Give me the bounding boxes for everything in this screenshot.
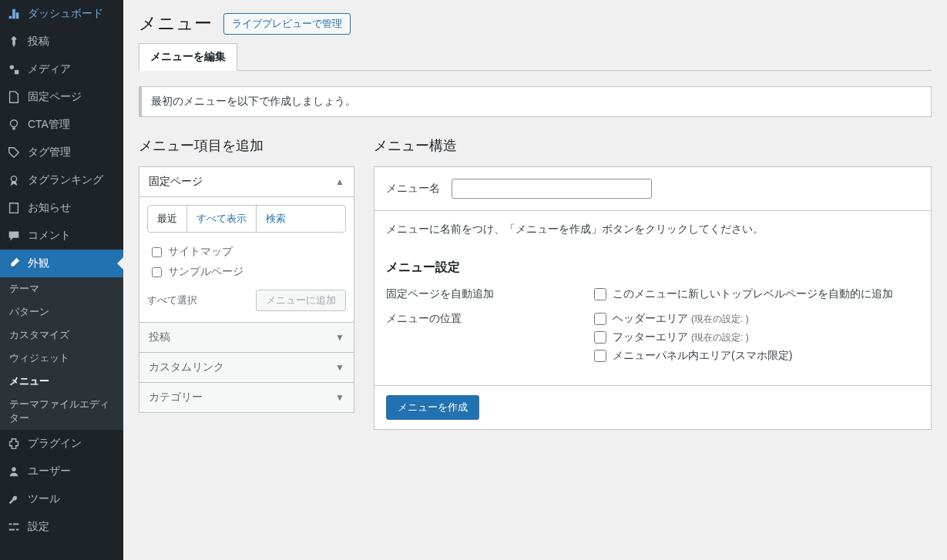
- structure-header: メニュー名: [374, 167, 931, 211]
- menu-settings-title: メニュー設定: [386, 260, 919, 276]
- panel-label: カテゴリー: [149, 391, 203, 404]
- main-content: メニュー ライブプレビューで管理 メニューを編集 最初のメニューを以下で作成しま…: [123, 0, 947, 445]
- select-all-link[interactable]: すべて選択: [147, 293, 197, 307]
- submenu-theme-editor[interactable]: テーマファイルエディター: [0, 393, 123, 430]
- sidebar-item-label: お知らせ: [28, 201, 71, 215]
- submenu-patterns[interactable]: パターン: [0, 300, 123, 324]
- sidebar-item-appearance[interactable]: 外観: [0, 250, 123, 277]
- panel-footer: すべて選択 メニューに追加: [147, 282, 346, 314]
- location-row: メニューの位置 ヘッダーエリア(現在の設定: ) フッターエリア(現在の設定: …: [386, 312, 919, 367]
- sidebar-item-label: メディア: [28, 62, 71, 76]
- sidebar-item-label: タグ管理: [28, 146, 71, 159]
- location-label: メニューの位置: [386, 312, 594, 367]
- pin-icon: [6, 34, 22, 49]
- sidebar-item-tags[interactable]: タグ管理: [0, 139, 123, 166]
- page-title: メニュー: [139, 12, 212, 35]
- panel-pages-body: 最近 すべて表示 検索 サイトマップ サンプルページ すべて選択 メニューに追加: [139, 197, 354, 323]
- sidebar-item-label: タグランキング: [28, 173, 103, 187]
- location-footer[interactable]: フッターエリア(現在の設定: ): [594, 330, 792, 344]
- create-menu-notice: 最初のメニューを以下で作成しましょう。: [139, 86, 932, 117]
- sample-checkbox[interactable]: [152, 267, 162, 277]
- structure-footer: メニューを作成: [374, 385, 931, 429]
- submenu-customize[interactable]: カスタマイズ: [0, 324, 123, 347]
- sidebar-item-plugins[interactable]: プラグイン: [0, 430, 123, 445]
- comment-icon: [6, 228, 22, 243]
- caret-up-icon: ▲: [335, 176, 344, 187]
- caret-down-icon: ▼: [335, 362, 344, 373]
- subtab-recent[interactable]: 最近: [148, 206, 187, 232]
- brush-icon: [6, 256, 22, 271]
- sidebar-item-dashboard[interactable]: ダッシュボード: [0, 0, 123, 28]
- panel-label: 固定ページ: [149, 175, 203, 189]
- panel-categories-head[interactable]: カテゴリー ▼: [139, 383, 354, 412]
- sidebar-item-label: プラグイン: [28, 437, 82, 445]
- structure-title: メニュー構造: [374, 136, 932, 155]
- panel-posts-head[interactable]: 投稿 ▼: [139, 323, 354, 353]
- sidebar-item-notices[interactable]: お知らせ: [0, 194, 123, 222]
- panel-custom-head[interactable]: カスタムリンク ▼: [139, 353, 354, 383]
- check-sample[interactable]: サンプルページ: [147, 262, 346, 282]
- tabs: メニューを編集: [139, 43, 932, 71]
- auto-add-row: 固定ページを自動追加 このメニューに新しいトップレベルページを自動的に追加: [386, 287, 919, 306]
- award-icon: [6, 173, 22, 188]
- structure-body: メニューに名前をつけ、「メニューを作成」ボタンをクリックしてください。 メニュー…: [374, 211, 931, 385]
- location-mobile[interactable]: メニューパネル内エリア(スマホ限定): [594, 349, 792, 363]
- check-sitemap[interactable]: サイトマップ: [147, 242, 346, 262]
- book-icon: [6, 200, 22, 216]
- menu-name-input[interactable]: [452, 179, 652, 199]
- items-accordion: 固定ページ ▲ 最近 すべて表示 検索 サイトマップ サンプルページ すべて選択: [139, 166, 354, 413]
- subtab-all[interactable]: すべて表示: [187, 206, 257, 232]
- caret-down-icon: ▼: [335, 392, 344, 403]
- auto-add-option[interactable]: このメニューに新しいトップレベルページを自動的に追加: [594, 287, 893, 301]
- svg-point-2: [11, 176, 16, 182]
- add-items-column: メニュー項目を追加 固定ページ ▲ 最近 すべて表示 検索 サイトマップ サンプ…: [139, 136, 354, 413]
- panel-pages-head[interactable]: 固定ページ ▲: [139, 167, 354, 197]
- sidebar-item-label: 投稿: [28, 35, 49, 49]
- auto-add-checkbox[interactable]: [594, 288, 606, 300]
- bulb-icon: [6, 117, 22, 132]
- page-header: メニュー ライブプレビューで管理: [139, 0, 932, 43]
- pages-subtabs: 最近 すべて表示 検索: [147, 205, 346, 233]
- caret-down-icon: ▼: [335, 332, 344, 343]
- structure-box: メニュー名 メニューに名前をつけ、「メニューを作成」ボタンをクリックしてください…: [374, 166, 932, 430]
- columns: メニュー項目を追加 固定ページ ▲ 最近 すべて表示 検索 サイトマップ サンプ…: [139, 136, 932, 430]
- sidebar-item-label: ダッシュボード: [28, 7, 103, 21]
- panel-label: カスタムリンク: [149, 360, 224, 374]
- page-icon: [6, 89, 22, 105]
- sidebar-item-tag-ranking[interactable]: タグランキング: [0, 166, 123, 194]
- header-checkbox[interactable]: [594, 313, 606, 325]
- mobile-checkbox[interactable]: [594, 350, 606, 362]
- sidebar-item-label: 外観: [28, 257, 49, 270]
- sidebar-item-label: コメント: [28, 229, 71, 243]
- add-to-menu-button[interactable]: メニューに追加: [256, 290, 346, 311]
- sidebar-item-label: 固定ページ: [28, 90, 82, 104]
- menu-name-label: メニュー名: [386, 182, 440, 196]
- live-preview-button[interactable]: ライブプレビューで管理: [223, 13, 351, 35]
- auto-add-label: 固定ページを自動追加: [386, 287, 594, 306]
- tab-edit-menu[interactable]: メニューを編集: [139, 43, 237, 71]
- media-icon: [6, 62, 22, 77]
- submenu-menus[interactable]: メニュー: [0, 370, 123, 393]
- sitemap-checkbox[interactable]: [152, 247, 162, 257]
- sidebar-item-media[interactable]: メディア: [0, 55, 123, 83]
- submenu-themes[interactable]: テーマ: [0, 277, 123, 300]
- footer-checkbox[interactable]: [594, 331, 606, 344]
- svg-point-1: [11, 120, 18, 127]
- location-header[interactable]: ヘッダーエリア(現在の設定: ): [594, 312, 792, 326]
- structure-column: メニュー構造 メニュー名 メニューに名前をつけ、「メニューを作成」ボタンをクリッ…: [374, 136, 932, 430]
- create-instruction: メニューに名前をつけ、「メニューを作成」ボタンをクリックしてください。: [386, 223, 919, 236]
- add-items-title: メニュー項目を追加: [139, 136, 354, 155]
- tag-icon: [6, 145, 22, 160]
- submenu-widgets[interactable]: ウィジェット: [0, 347, 123, 370]
- plugin-icon: [6, 436, 22, 445]
- dashboard-icon: [6, 6, 22, 22]
- subtab-search[interactable]: 検索: [257, 206, 295, 232]
- sidebar-item-posts[interactable]: 投稿: [0, 28, 123, 55]
- sidebar-item-cta[interactable]: CTA管理: [0, 111, 123, 139]
- sidebar-item-comments[interactable]: コメント: [0, 222, 123, 250]
- create-menu-button[interactable]: メニューを作成: [386, 395, 479, 420]
- sidebar-item-pages[interactable]: 固定ページ: [0, 83, 123, 111]
- admin-sidebar: ダッシュボード 投稿 メディア 固定ページ CTA管理 タグ管理 タグランキング…: [0, 0, 123, 445]
- panel-label: 投稿: [149, 330, 170, 344]
- svg-point-0: [10, 65, 14, 69]
